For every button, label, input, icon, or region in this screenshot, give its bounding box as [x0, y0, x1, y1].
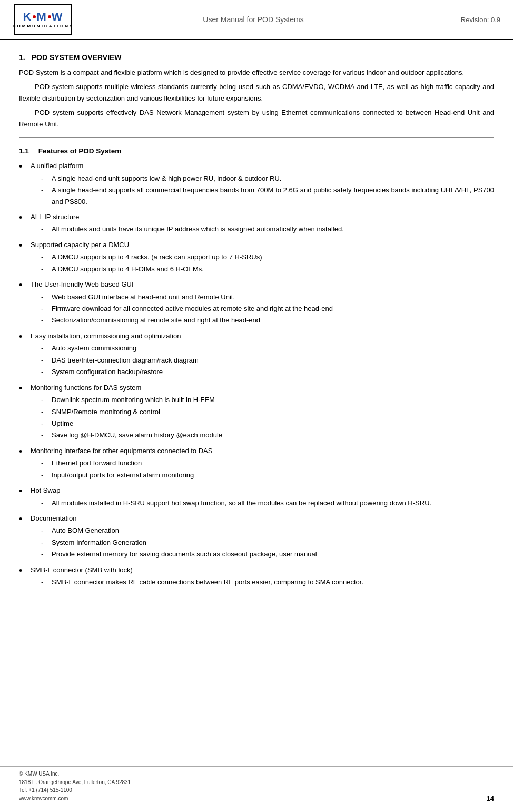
logo-area: K M W COMMUNICATIONS [6, 4, 80, 35]
sub-item-5-3: -Save log @H-DMCU, save alarm history @e… [31, 429, 494, 441]
content-area: 1.POD SYSTEM OVERVIEW POD System is a co… [0, 43, 513, 634]
sub-text-8-1: System Information Generation [52, 537, 146, 548]
sub-text-3-0: Web based GUI interface at head-end unit… [52, 291, 235, 302]
bullet-dot-9: • [19, 564, 31, 577]
bullet-label-5: Monitoring functions for DAS system [31, 382, 494, 393]
bullet-item-1: •ALL IP structure-All modules and units … [19, 211, 494, 237]
footer-web: www.kmwcomm.com [19, 795, 131, 803]
bullet-content-5: Monitoring functions for DAS system-Down… [31, 382, 494, 443]
page-header: K M W COMMUNICATIONS User Manual for POD… [0, 0, 513, 40]
bullet-content-9: SMB-L connector (SMB with lock)-SMB-L co… [31, 564, 494, 590]
sub-item-0-0: -A single head-end unit supports low & h… [31, 173, 494, 184]
sub-item-8-2: -Provide external memory for saving docu… [31, 549, 494, 560]
sub-text-7-0: All modules installed in H-SRU support h… [52, 497, 431, 508]
logo-dot2 [48, 15, 51, 18]
sub-dash-5-2: - [41, 418, 52, 429]
sub-text-5-0: Downlink spectrum monitoring which is bu… [52, 394, 215, 405]
sub-text-9-0: SMB-L connector makes RF cable connectio… [52, 576, 363, 588]
sub-text-8-2: Provide external memory for saving docum… [52, 549, 317, 560]
page-number: 14 [487, 795, 494, 803]
logo-w: W [52, 11, 64, 23]
bullet-content-8: Documentation-Auto BOM Generation-System… [31, 513, 494, 562]
sub-dash-9-0: - [41, 576, 52, 588]
sub-dash-8-2: - [41, 549, 52, 560]
sub-dash-4-1: - [41, 355, 52, 366]
section1-para1: POD System is a compact and flexible pla… [19, 67, 494, 78]
section1-label: POD SYSTEM OVERVIEW [32, 53, 122, 62]
sub-dash-5-0: - [41, 394, 52, 405]
bullet-dot-8: • [19, 513, 31, 525]
bullet-content-1: ALL IP structure-All modules and units h… [31, 211, 494, 237]
page: K M W COMMUNICATIONS User Manual for POD… [0, 0, 513, 812]
sub-text-5-2: Uptime [52, 418, 73, 429]
sub-text-5-3: Save log @H-DMCU, save alarm history @ea… [52, 429, 222, 441]
sub-list-4: -Auto system commissioning-DAS tree/Inte… [31, 343, 494, 377]
sub-text-2-0: A DMCU supports up to 4 racks. (a rack c… [52, 251, 262, 262]
bullet-content-0: A unified platform-A single head-end uni… [31, 160, 494, 209]
sub-item-3-1: -Firmware download for all connected act… [31, 303, 494, 314]
bullet-item-8: •Documentation-Auto BOM Generation-Syste… [19, 513, 494, 562]
sub-dash-5-3: - [41, 429, 52, 441]
bullet-item-9: •SMB-L connector (SMB with lock)-SMB-L c… [19, 564, 494, 590]
logo-m: M [36, 11, 47, 23]
features-list: •A unified platform-A single head-end un… [19, 160, 494, 590]
sub-list-6: -Ethernet port forward function-Input/ou… [31, 457, 494, 481]
section1-title: 1.POD SYSTEM OVERVIEW [19, 53, 494, 62]
footer-tel: Tel. +1 (714) 515-1100 [19, 786, 131, 795]
sub-item-9-0: -SMB-L connector makes RF cable connecti… [31, 576, 494, 588]
sub-dash-3-1: - [41, 303, 52, 314]
sub-text-4-1: DAS tree/Inter-connection diagram/rack d… [52, 355, 199, 366]
bullet-label-0: A unified platform [31, 160, 494, 171]
sub-text-1-0: All modules and units have its unique IP… [52, 223, 344, 234]
sub-text-2-1: A DMCU supports up to 4 H-OIMs and 6 H-O… [52, 263, 204, 275]
bullet-label-3: The User-friendly Web based GUI [31, 279, 494, 290]
sub-dash-6-0: - [41, 457, 52, 468]
divider [19, 137, 494, 138]
bullet-dot-6: • [19, 445, 31, 458]
sub-text-0-0: A single head-end unit supports low & hi… [52, 173, 281, 184]
sub-item-1-0: -All modules and units have its unique I… [31, 223, 494, 234]
sub-dash-6-1: - [41, 469, 52, 481]
bullet-item-2: •Supported capacity per a DMCU-A DMCU su… [19, 239, 494, 277]
sub-text-3-2: Sectorization/commissioning at remote si… [52, 315, 260, 326]
sub-dash-3-2: - [41, 315, 52, 326]
sub-dash-1-0: - [41, 223, 52, 234]
sub-dash-0-1: - [41, 184, 52, 195]
sub-dash-8-0: - [41, 525, 52, 536]
logo-dot [33, 15, 36, 18]
sub-text-8-0: Auto BOM Generation [52, 525, 119, 536]
sub-item-3-2: -Sectorization/commissioning at remote s… [31, 315, 494, 326]
sub-text-6-0: Ethernet port forward function [52, 457, 142, 468]
section1-1-title: 1.1Features of POD System [19, 147, 494, 155]
bullet-dot-2: • [19, 239, 31, 252]
sub-item-7-0: -All modules installed in H-SRU support … [31, 497, 494, 508]
bullet-label-9: SMB-L connector (SMB with lock) [31, 564, 494, 575]
section1-1-number: 1.1 [19, 147, 29, 155]
bullet-dot-1: • [19, 211, 31, 224]
sub-list-7: -All modules installed in H-SRU support … [31, 497, 494, 508]
sub-dash-0-0: - [41, 173, 52, 184]
sub-item-2-0: -A DMCU supports up to 4 racks. (a rack … [31, 251, 494, 262]
bullet-dot-4: • [19, 330, 31, 343]
bullet-label-2: Supported capacity per a DMCU [31, 239, 494, 250]
sub-item-8-1: -System Information Generation [31, 537, 494, 548]
sub-dash-2-1: - [41, 263, 52, 275]
bullet-content-4: Easy installation, commissioning and opt… [31, 330, 494, 380]
page-footer: © KMW USA Inc. 1818 E. Orangethrope Ave,… [0, 766, 513, 803]
bullet-item-7: •Hot Swap-All modules installed in H-SRU… [19, 485, 494, 511]
sub-dash-2-0: - [41, 251, 52, 262]
sub-dash-4-2: - [41, 366, 52, 377]
bullet-content-3: The User-friendly Web based GUI-Web base… [31, 279, 494, 328]
bullet-dot-5: • [19, 382, 31, 395]
bullet-item-4: •Easy installation, commissioning and op… [19, 330, 494, 380]
sub-text-6-1: Input/output ports for external alarm mo… [52, 469, 194, 481]
sub-item-6-0: -Ethernet port forward function [31, 457, 494, 468]
sub-list-2: -A DMCU supports up to 4 racks. (a rack … [31, 251, 494, 275]
sub-dash-8-1: - [41, 537, 52, 548]
bullet-label-7: Hot Swap [31, 485, 494, 496]
bullet-label-4: Easy installation, commissioning and opt… [31, 330, 494, 341]
bullet-content-2: Supported capacity per a DMCU-A DMCU sup… [31, 239, 494, 277]
sub-item-6-1: -Input/output ports for external alarm m… [31, 469, 494, 481]
sub-item-5-1: -SNMP/Remote monitoring & control [31, 406, 494, 417]
sub-list-3: -Web based GUI interface at head-end uni… [31, 291, 494, 326]
